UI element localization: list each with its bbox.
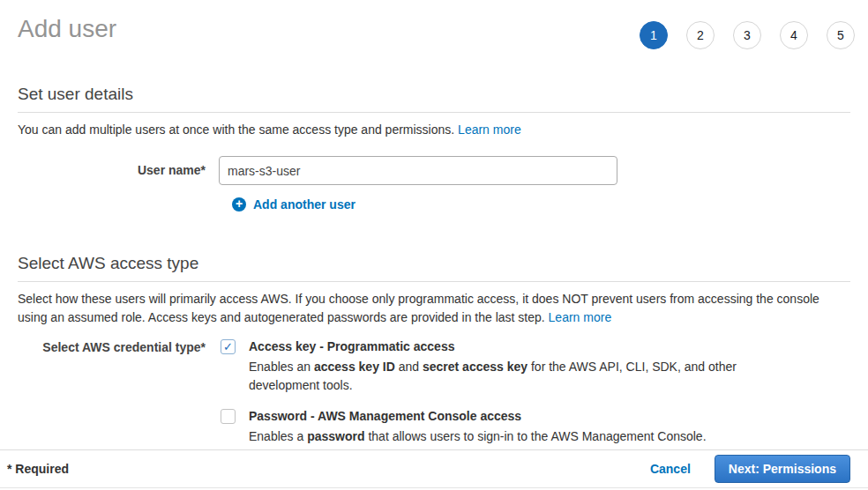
user-details-intro-text: You can add multiple users at once with … xyxy=(18,122,458,137)
password-option: Password - AWS Management Console access… xyxy=(219,408,743,446)
credential-type-label: Select AWS credential type* xyxy=(18,338,219,446)
add-another-user-label[interactable]: Add another user xyxy=(253,197,355,212)
credential-options: ✓ Access key - Programmatic access Enabl… xyxy=(219,338,743,446)
desc-text-bold: secret access key xyxy=(423,360,528,374)
step-2-circle[interactable]: 2 xyxy=(686,21,715,49)
wizard-header: Add user 1 2 3 4 5 xyxy=(0,0,868,51)
access-key-checkbox[interactable]: ✓ xyxy=(221,339,236,354)
cancel-button[interactable]: Cancel xyxy=(650,462,691,476)
learn-more-link-users[interactable]: Learn more xyxy=(458,122,521,137)
add-user-wizard-page: Add user 1 2 3 4 5 Set user details You … xyxy=(0,0,868,490)
set-user-details-heading: Set user details xyxy=(18,84,850,104)
plus-circle-icon: + xyxy=(232,197,246,212)
select-access-type-heading: Select AWS access type xyxy=(18,253,850,273)
next-permissions-button[interactable]: Next: Permissions xyxy=(715,455,850,483)
step-1-circle[interactable]: 1 xyxy=(640,21,668,49)
section-divider xyxy=(18,281,850,282)
access-key-option-text: Access key - Programmatic access Enables… xyxy=(249,338,743,395)
desc-text: Enables a xyxy=(249,429,307,443)
desc-text: and xyxy=(395,360,423,374)
select-access-type-section: Select AWS access type Select how these … xyxy=(18,253,850,446)
step-4-circle[interactable]: 4 xyxy=(780,21,808,49)
set-user-details-section: Set user details You can add multiple us… xyxy=(18,84,850,212)
desc-text-bold: password xyxy=(307,429,364,443)
wizard-footer: * Required Cancel Next: Permissions xyxy=(0,449,868,488)
credential-type-row: Select AWS credential type* ✓ Access key… xyxy=(18,338,850,446)
step-5-circle[interactable]: 5 xyxy=(827,21,855,49)
step-3-circle[interactable]: 3 xyxy=(733,21,761,49)
section-divider xyxy=(18,112,850,113)
username-input[interactable] xyxy=(219,156,617,185)
learn-more-link-access[interactable]: Learn more xyxy=(549,310,612,324)
username-label: User name* xyxy=(18,156,219,185)
password-checkbox[interactable] xyxy=(221,409,236,424)
wizard-step-indicator: 1 2 3 4 5 xyxy=(640,21,855,49)
access-type-description: Select how these users will primarily ac… xyxy=(18,290,850,327)
desc-text-bold: access key ID xyxy=(314,360,395,374)
user-details-intro: You can add multiple users at once with … xyxy=(18,121,850,139)
add-another-user-button[interactable]: + Add another user xyxy=(232,197,850,212)
access-key-option-title: Access key - Programmatic access xyxy=(249,338,743,354)
checkmark-icon: ✓ xyxy=(223,340,233,353)
password-option-title: Password - AWS Management Console access xyxy=(249,408,707,424)
required-note: * Required xyxy=(7,462,650,476)
password-option-desc: Enables a password that allows users to … xyxy=(249,427,707,446)
username-form-row: User name* xyxy=(18,156,850,185)
access-key-option: ✓ Access key - Programmatic access Enabl… xyxy=(219,338,743,395)
password-option-text: Password - AWS Management Console access… xyxy=(249,408,707,446)
desc-text: that allows users to sign-in to the AWS … xyxy=(365,429,707,443)
access-type-description-text: Select how these users will primarily ac… xyxy=(18,292,819,324)
access-key-option-desc: Enables an access key ID and secret acce… xyxy=(249,358,743,395)
desc-text: Enables an xyxy=(249,360,314,374)
